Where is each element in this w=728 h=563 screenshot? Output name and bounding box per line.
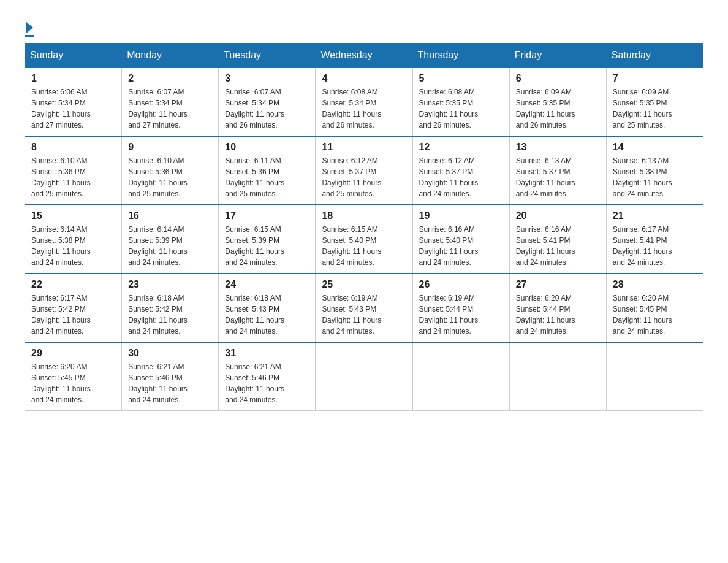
day-info: Sunrise: 6:16 AMSunset: 5:40 PMDaylight:…: [419, 224, 503, 268]
calendar-cell: 1Sunrise: 6:06 AMSunset: 5:34 PMDaylight…: [25, 67, 122, 136]
day-number: 29: [31, 348, 115, 359]
day-info: Sunrise: 6:20 AMSunset: 5:44 PMDaylight:…: [516, 293, 600, 337]
day-number: 1: [31, 73, 115, 84]
calendar-cell: 15Sunrise: 6:14 AMSunset: 5:38 PMDayligh…: [25, 205, 122, 274]
calendar-cell: 24Sunrise: 6:18 AMSunset: 5:43 PMDayligh…: [219, 274, 316, 342]
weekday-header-tuesday: Tuesday: [219, 44, 316, 68]
calendar-cell: 3Sunrise: 6:07 AMSunset: 5:34 PMDaylight…: [219, 67, 316, 136]
logo-underline: [25, 35, 34, 37]
day-info: Sunrise: 6:13 AMSunset: 5:38 PMDaylight:…: [613, 155, 697, 199]
calendar-header-row: SundayMondayTuesdayWednesdayThursdayFrid…: [25, 44, 703, 68]
calendar-cell: 28Sunrise: 6:20 AMSunset: 5:45 PMDayligh…: [606, 274, 703, 342]
day-number: 6: [516, 73, 600, 84]
calendar-cell: 23Sunrise: 6:18 AMSunset: 5:42 PMDayligh…: [122, 274, 219, 342]
day-info: Sunrise: 6:11 AMSunset: 5:36 PMDaylight:…: [225, 155, 309, 199]
page-header: [25, 18, 703, 37]
day-number: 11: [322, 142, 406, 153]
day-number: 16: [128, 210, 212, 221]
calendar-cell: 14Sunrise: 6:13 AMSunset: 5:38 PMDayligh…: [606, 136, 703, 205]
day-number: 15: [31, 210, 115, 221]
day-info: Sunrise: 6:14 AMSunset: 5:38 PMDaylight:…: [31, 224, 115, 268]
calendar-week-3: 15Sunrise: 6:14 AMSunset: 5:38 PMDayligh…: [25, 205, 703, 274]
day-number: 12: [419, 142, 503, 153]
logo: [25, 18, 34, 37]
calendar-cell: 4Sunrise: 6:08 AMSunset: 5:34 PMDaylight…: [316, 67, 412, 136]
weekday-header-wednesday: Wednesday: [316, 44, 412, 68]
day-number: 5: [419, 73, 503, 84]
weekday-header-monday: Monday: [122, 44, 219, 68]
day-info: Sunrise: 6:12 AMSunset: 5:37 PMDaylight:…: [322, 155, 406, 199]
calendar-cell: 18Sunrise: 6:15 AMSunset: 5:40 PMDayligh…: [316, 205, 412, 274]
day-info: Sunrise: 6:13 AMSunset: 5:37 PMDaylight:…: [516, 155, 600, 199]
day-info: Sunrise: 6:06 AMSunset: 5:34 PMDaylight:…: [31, 86, 115, 131]
calendar-cell: 25Sunrise: 6:19 AMSunset: 5:43 PMDayligh…: [316, 274, 412, 342]
calendar-cell: 11Sunrise: 6:12 AMSunset: 5:37 PMDayligh…: [316, 136, 412, 205]
day-number: 2: [128, 73, 212, 84]
calendar-cell: [412, 342, 509, 411]
calendar-table: SundayMondayTuesdayWednesdayThursdayFrid…: [25, 43, 703, 411]
day-info: Sunrise: 6:18 AMSunset: 5:42 PMDaylight:…: [128, 293, 212, 337]
day-info: Sunrise: 6:17 AMSunset: 5:41 PMDaylight:…: [613, 224, 697, 268]
day-info: Sunrise: 6:14 AMSunset: 5:39 PMDaylight:…: [128, 224, 212, 268]
day-number: 4: [322, 73, 406, 84]
day-info: Sunrise: 6:21 AMSunset: 5:46 PMDaylight:…: [225, 361, 309, 405]
calendar-cell: 5Sunrise: 6:08 AMSunset: 5:35 PMDaylight…: [412, 67, 509, 136]
day-info: Sunrise: 6:09 AMSunset: 5:35 PMDaylight:…: [516, 86, 600, 131]
day-info: Sunrise: 6:19 AMSunset: 5:44 PMDaylight:…: [419, 293, 503, 337]
calendar-week-1: 1Sunrise: 6:06 AMSunset: 5:34 PMDaylight…: [25, 67, 703, 136]
calendar-cell: 29Sunrise: 6:20 AMSunset: 5:45 PMDayligh…: [25, 342, 122, 411]
calendar-week-2: 8Sunrise: 6:10 AMSunset: 5:36 PMDaylight…: [25, 136, 703, 205]
calendar-cell: 31Sunrise: 6:21 AMSunset: 5:46 PMDayligh…: [219, 342, 316, 411]
calendar-cell: 10Sunrise: 6:11 AMSunset: 5:36 PMDayligh…: [219, 136, 316, 205]
day-number: 30: [128, 348, 212, 359]
day-number: 23: [128, 279, 212, 290]
calendar-cell: 16Sunrise: 6:14 AMSunset: 5:39 PMDayligh…: [122, 205, 219, 274]
day-number: 18: [322, 210, 406, 221]
day-info: Sunrise: 6:10 AMSunset: 5:36 PMDaylight:…: [128, 155, 212, 199]
calendar-cell: 8Sunrise: 6:10 AMSunset: 5:36 PMDaylight…: [25, 136, 122, 205]
day-number: 26: [419, 279, 503, 290]
calendar-cell: 2Sunrise: 6:07 AMSunset: 5:34 PMDaylight…: [122, 67, 219, 136]
day-number: 13: [516, 142, 600, 153]
calendar-cell: 22Sunrise: 6:17 AMSunset: 5:42 PMDayligh…: [25, 274, 122, 342]
day-number: 27: [516, 279, 600, 290]
day-number: 14: [613, 142, 697, 153]
calendar-cell: 27Sunrise: 6:20 AMSunset: 5:44 PMDayligh…: [509, 274, 606, 342]
day-info: Sunrise: 6:20 AMSunset: 5:45 PMDaylight:…: [31, 361, 115, 405]
day-number: 28: [613, 279, 697, 290]
day-number: 22: [31, 279, 115, 290]
day-number: 25: [322, 279, 406, 290]
calendar-cell: 21Sunrise: 6:17 AMSunset: 5:41 PMDayligh…: [606, 205, 703, 274]
calendar-cell: 6Sunrise: 6:09 AMSunset: 5:35 PMDaylight…: [509, 67, 606, 136]
logo-arrow-icon: [26, 21, 33, 34]
day-number: 8: [31, 142, 115, 153]
day-number: 21: [613, 210, 697, 221]
day-info: Sunrise: 6:07 AMSunset: 5:34 PMDaylight:…: [128, 86, 212, 131]
day-info: Sunrise: 6:10 AMSunset: 5:36 PMDaylight:…: [31, 155, 115, 199]
calendar-cell: 19Sunrise: 6:16 AMSunset: 5:40 PMDayligh…: [412, 205, 509, 274]
day-number: 24: [225, 279, 309, 290]
day-info: Sunrise: 6:17 AMSunset: 5:42 PMDaylight:…: [31, 293, 115, 337]
day-number: 9: [128, 142, 212, 153]
day-info: Sunrise: 6:07 AMSunset: 5:34 PMDaylight:…: [225, 86, 309, 131]
day-info: Sunrise: 6:15 AMSunset: 5:40 PMDaylight:…: [322, 224, 406, 268]
calendar-cell: 7Sunrise: 6:09 AMSunset: 5:35 PMDaylight…: [606, 67, 703, 136]
day-info: Sunrise: 6:12 AMSunset: 5:37 PMDaylight:…: [419, 155, 503, 199]
weekday-header-sunday: Sunday: [25, 44, 122, 68]
day-info: Sunrise: 6:08 AMSunset: 5:35 PMDaylight:…: [419, 86, 503, 131]
day-info: Sunrise: 6:16 AMSunset: 5:41 PMDaylight:…: [516, 224, 600, 268]
day-info: Sunrise: 6:21 AMSunset: 5:46 PMDaylight:…: [128, 361, 212, 405]
day-number: 20: [516, 210, 600, 221]
calendar-cell: 9Sunrise: 6:10 AMSunset: 5:36 PMDaylight…: [122, 136, 219, 205]
calendar-cell: 13Sunrise: 6:13 AMSunset: 5:37 PMDayligh…: [509, 136, 606, 205]
day-info: Sunrise: 6:19 AMSunset: 5:43 PMDaylight:…: [322, 293, 406, 337]
weekday-header-thursday: Thursday: [412, 44, 509, 68]
calendar-cell: 12Sunrise: 6:12 AMSunset: 5:37 PMDayligh…: [412, 136, 509, 205]
calendar-cell: 20Sunrise: 6:16 AMSunset: 5:41 PMDayligh…: [509, 205, 606, 274]
calendar-cell: 26Sunrise: 6:19 AMSunset: 5:44 PMDayligh…: [412, 274, 509, 342]
day-number: 7: [613, 73, 697, 84]
calendar-cell: [606, 342, 703, 411]
day-number: 10: [225, 142, 309, 153]
calendar-cell: 17Sunrise: 6:15 AMSunset: 5:39 PMDayligh…: [219, 205, 316, 274]
calendar-cell: [509, 342, 606, 411]
